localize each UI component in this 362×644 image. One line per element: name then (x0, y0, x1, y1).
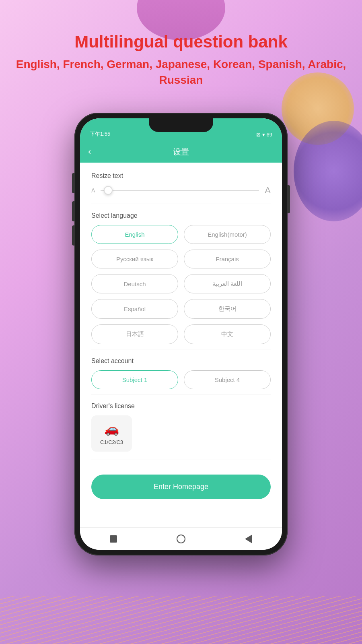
lang-btn-korean[interactable]: 한국어 (184, 299, 271, 319)
car-icon: 🚗 (104, 422, 119, 436)
language-grid: English English(motor) Русский язык Fran… (91, 225, 271, 344)
status-time: 下午1:55 (90, 130, 110, 138)
license-card[interactable]: 🚗 C1/C2/C3 (91, 415, 132, 452)
nav-square-icon[interactable] (110, 535, 117, 543)
divider-4 (91, 460, 271, 460)
phone-screen: 下午1:55 ⊠ ▾ 69 ‹ 设置 Resize text A (80, 118, 282, 550)
resize-text-row: A A (91, 185, 271, 196)
lang-btn-chinese[interactable]: 中文 (184, 324, 271, 344)
nav-back-icon[interactable] (245, 535, 252, 543)
lang-btn-russian[interactable]: Русский язык (91, 250, 178, 268)
select-language-label: Select language (91, 212, 271, 219)
divider-1 (91, 204, 271, 204)
back-button[interactable]: ‹ (88, 147, 91, 157)
status-icons: ⊠ ▾ 69 (256, 132, 272, 138)
main-title: Multilingual question bank (0, 32, 362, 52)
screen-content: Resize text A A Select language English … (80, 163, 282, 550)
account-btn-subject4[interactable]: Subject 4 (184, 370, 271, 389)
account-grid: Subject 1 Subject 4 (91, 370, 271, 389)
nav-title: 设置 (173, 147, 189, 157)
text-size-slider[interactable] (101, 190, 259, 191)
lang-btn-french[interactable]: Français (184, 250, 271, 268)
lang-btn-spanish[interactable]: Español (91, 299, 178, 319)
drivers-license-label: Driver's license (91, 402, 271, 410)
status-icons-right: ⊠ ▾ 69 (256, 132, 272, 138)
phone-notch (149, 118, 213, 132)
phone-mockup: 下午1:55 ⊠ ▾ 69 ‹ 设置 Resize text A (74, 113, 288, 555)
license-type: C1/C2/C3 (100, 439, 123, 445)
sub-title: English, French, German, Japanese, Korea… (0, 56, 362, 88)
text-large-a: A (265, 185, 271, 196)
resize-text-label: Resize text (91, 172, 271, 180)
lang-btn-english-motor[interactable]: English(motor) (184, 225, 271, 244)
lang-btn-english[interactable]: English (91, 225, 178, 244)
select-account-label: Select account (91, 357, 271, 365)
text-small-a: A (91, 187, 95, 194)
nav-circle-icon[interactable] (177, 535, 185, 543)
enter-btn-wrapper: Enter Homepage (91, 468, 271, 503)
lang-btn-japanese[interactable]: 日本語 (91, 324, 178, 344)
lang-btn-arabic[interactable]: اللغة العربية (184, 274, 271, 293)
divider-2 (91, 349, 271, 349)
bottom-nav (80, 527, 282, 550)
enter-homepage-button[interactable]: Enter Homepage (91, 475, 271, 499)
lang-btn-german[interactable]: Deutsch (91, 274, 178, 293)
account-btn-subject1[interactable]: Subject 1 (91, 370, 178, 389)
divider-3 (91, 394, 271, 394)
bg-lines-bottom (0, 596, 362, 644)
phone-frame: 下午1:55 ⊠ ▾ 69 ‹ 设置 Resize text A (74, 113, 288, 555)
nav-bar: ‹ 设置 (80, 141, 282, 163)
slider-thumb[interactable] (104, 186, 113, 195)
header-section: Multilingual question bank English, Fren… (0, 0, 362, 88)
